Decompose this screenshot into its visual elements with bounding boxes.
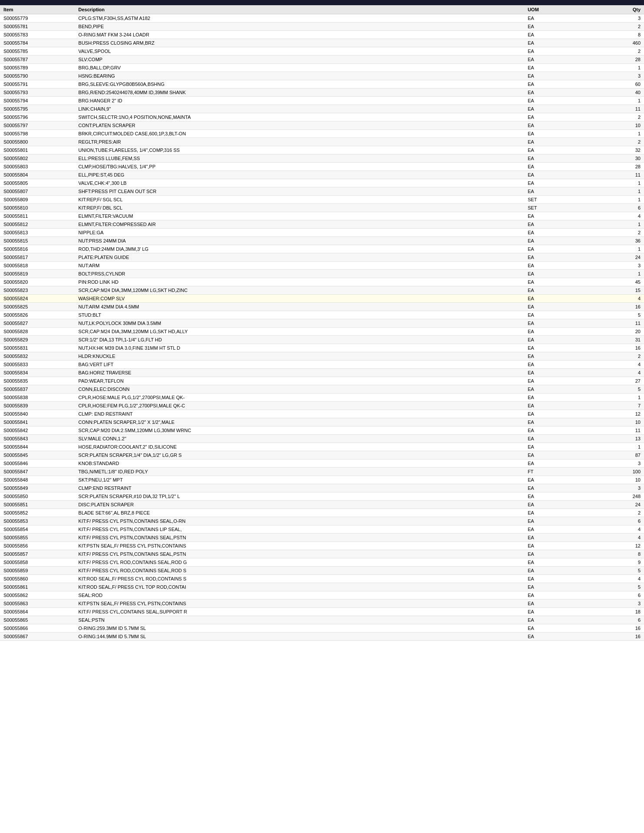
table-row: S00055867O-RING:144.9MM ID 5.7MM SLEA16: [0, 633, 644, 641]
cell-qty: 16: [584, 633, 644, 641]
cell-description: HSNG:BEARING: [75, 72, 524, 80]
table-row: S00055795LINK:CHAIN,9"EA11: [0, 105, 644, 113]
cell-uom: EA: [524, 39, 584, 47]
cell-description: KIT:F/ PRESS CYL PSTN,CONTAINS SEAL,O-RN: [75, 517, 524, 525]
cell-uom: EA: [524, 418, 584, 426]
col-header-uom: UOM: [524, 5, 584, 14]
cell-uom: EA: [524, 369, 584, 377]
cell-item-number: S00055834: [0, 369, 75, 377]
cell-uom: SET: [524, 196, 584, 204]
cell-uom: EA: [524, 286, 584, 295]
cell-qty: 18: [584, 608, 644, 616]
cell-qty: 5: [584, 311, 644, 319]
cell-qty: 1: [584, 220, 644, 229]
cell-qty: 1: [584, 270, 644, 278]
cell-item-number: S00055801: [0, 146, 75, 154]
cell-item-number: S00055860: [0, 575, 75, 583]
cell-qty: 28: [584, 163, 644, 171]
cell-description: KIT:REP,F/ DBL SCL: [75, 204, 524, 212]
cell-item-number: S00055809: [0, 196, 75, 204]
cell-uom: EA: [524, 89, 584, 97]
cell-item-number: S00055794: [0, 97, 75, 105]
table-row: S00055823SCR,CAP:M24 DIA,3MM,120MM LG,SK…: [0, 286, 644, 295]
cell-qty: 3: [584, 459, 644, 468]
cell-description: BRKR,CIRCUIT:MOLDED CASE,600,1P,3,BLT-ON: [75, 130, 524, 138]
table-row: S00055790HSNG:BEARINGEA3: [0, 72, 644, 80]
cell-description: SCR,CAP:M20 DIA:2.5MM,120MM LG,30MM WRNC: [75, 426, 524, 435]
cell-description: CPLR,HOSE:FEM PLG,1/2",2700PSI,MALE QK-C: [75, 402, 524, 410]
cell-uom: EA: [524, 402, 584, 410]
table-row: S00055794BRG:HANGER 2" IDEA1: [0, 97, 644, 105]
cell-item-number: S00055796: [0, 113, 75, 121]
cell-item-number: S00055827: [0, 319, 75, 328]
cell-description: ELL:PRESS LLUBE,FEM,SS: [75, 154, 524, 163]
cell-qty: 32: [584, 146, 644, 154]
cell-qty: 1: [584, 130, 644, 138]
cell-description: KIT:ROD SEAL,F/ PRESS CYL TOP ROD,CONTAI: [75, 583, 524, 591]
cell-item-number: S00055802: [0, 154, 75, 163]
table-row: S00055828SCR,CAP:M24 DIA,3MM,120MM LG,SK…: [0, 328, 644, 336]
cell-item-number: S00055863: [0, 600, 75, 608]
cell-qty: 11: [584, 171, 644, 179]
cell-description: BRG:HANGER 2" ID: [75, 97, 524, 105]
cell-uom: EA: [524, 47, 584, 56]
cell-uom: EA: [524, 14, 584, 23]
table-row: S00055853KIT:F/ PRESS CYL PSTN,CONTAINS …: [0, 517, 644, 525]
cell-uom: EA: [524, 459, 584, 468]
cell-uom: EA: [524, 525, 584, 534]
cell-qty: 1: [584, 245, 644, 253]
cell-description: KIT:F/ PRESS CYL,CONTAINS SEAL,SUPPORT R: [75, 608, 524, 616]
cell-item-number: S00055843: [0, 435, 75, 443]
table-row: S00055863KIT:PSTN SEAL,F/ PRESS CYL PSTN…: [0, 600, 644, 608]
cell-uom: EA: [524, 97, 584, 105]
table-row: S00055837CONN,ELEC:DISCONNEA5: [0, 385, 644, 394]
cell-uom: EA: [524, 377, 584, 385]
table-row: S00055850SCR:PLATEN SCRAPER,#10 DIA,32 T…: [0, 492, 644, 501]
cell-uom: EA: [524, 113, 584, 121]
cell-item-number: S00055817: [0, 253, 75, 262]
cell-qty: 6: [584, 616, 644, 624]
cell-uom: EA: [524, 558, 584, 567]
cell-description: BRG,R/END:2540244078,40MM ID,39MM SHANK: [75, 89, 524, 97]
cell-description: BLADE SET:66",AL BRZ,8 PIECE: [75, 509, 524, 517]
cell-description: KNOB:STANDARD: [75, 459, 524, 468]
cell-description: UNION,TUBE:FLARELESS, 1/4",COMP,316 SS: [75, 146, 524, 154]
cell-uom: EA: [524, 435, 584, 443]
cell-uom: EA: [524, 608, 584, 616]
cell-qty: 2: [584, 229, 644, 237]
table-row: S00055815NUT:PRSS 24MM DIAEA36: [0, 237, 644, 245]
cell-qty: 3: [584, 72, 644, 80]
cell-uom: EA: [524, 328, 584, 336]
table-header-row: Item Description UOM Qty: [0, 5, 644, 14]
cell-uom: EA: [524, 591, 584, 600]
cell-description: BOLT:PRSS,CYLNDR: [75, 270, 524, 278]
cell-description: TBG,N/METL:1/8" ID,RED POLY: [75, 468, 524, 476]
table-row: S00055847TBG,N/METL:1/8" ID,RED POLYFT10…: [0, 468, 644, 476]
cell-description: NUT,LK:POLYLOCK 30MM DIA 3.5MM: [75, 319, 524, 328]
table-row: S00055838CPLR,HOSE:MALE PLG,1/2",2700PSI…: [0, 394, 644, 402]
cell-qty: 3: [584, 262, 644, 270]
cell-item-number: S00055841: [0, 418, 75, 426]
cell-qty: 10: [584, 418, 644, 426]
table-row: S00055826STUD:BLTEA5: [0, 311, 644, 319]
cell-uom: EA: [524, 534, 584, 542]
table-row: S00055857KIT:F/ PRESS CYL PSTN,CONTAINS …: [0, 550, 644, 558]
cell-item-number: S00055850: [0, 492, 75, 501]
cell-uom: EA: [524, 23, 584, 31]
cell-qty: 4: [584, 525, 644, 534]
cell-qty: 6: [584, 591, 644, 600]
table-row: S00055817PLATE:PLATEN GUIDEEA24: [0, 253, 644, 262]
cell-qty: 3: [584, 484, 644, 492]
cell-description: VALVE,SPOOL: [75, 47, 524, 56]
cell-qty: 16: [584, 303, 644, 311]
table-row: S00055856KIT:PSTN SEAL,F/ PRESS CYL PSTN…: [0, 542, 644, 550]
table-row: S00055820PIN:ROD LINK HDEA45: [0, 278, 644, 286]
table-row: S00055803CLMP,HOSE/TBG:HALVES, 1/4",PPEA…: [0, 163, 644, 171]
table-row: S00055783O-RING:MAT FKM 3-244 LOADREA8: [0, 31, 644, 39]
cell-description: CPLR,HOSE:MALE PLG,1/2",2700PSI,MALE QK-: [75, 394, 524, 402]
cell-uom: EA: [524, 501, 584, 509]
table-row: S00055865SEAL:PSTNEA6: [0, 616, 644, 624]
cell-description: KIT:PSTN SEAL,F/ PRESS CYL PSTN,CONTAINS: [75, 542, 524, 550]
cell-description: SHFT:PRESS PIT CLEAN OUT SCR: [75, 187, 524, 196]
cell-qty: 16: [584, 344, 644, 352]
